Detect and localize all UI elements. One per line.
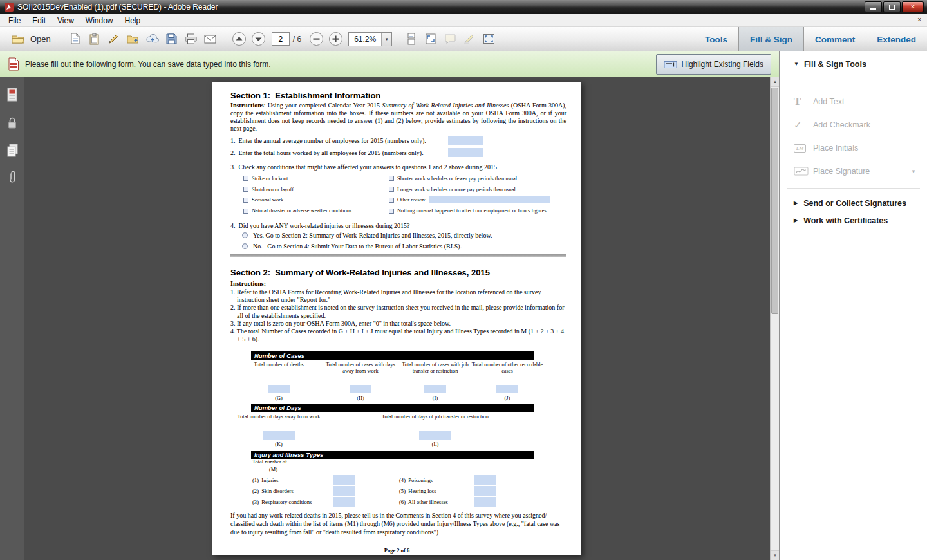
- print-button[interactable]: [182, 30, 201, 48]
- attachments-button[interactable]: [5, 169, 20, 185]
- total-hours-field[interactable]: [448, 148, 483, 157]
- panel-tools-list: T Add Text ✓ Add Checkmark LM Place Init…: [780, 90, 927, 183]
- tab-tools[interactable]: Tools: [694, 27, 738, 51]
- security-settings-button[interactable]: [5, 115, 20, 131]
- longer-schedules-checkbox[interactable]: [389, 187, 394, 192]
- fit-page-button[interactable]: [421, 30, 440, 48]
- fullscreen-button[interactable]: [479, 30, 498, 48]
- shorter-schedules-checkbox[interactable]: [389, 176, 394, 181]
- zoom-level-select[interactable]: 61.2% ▼: [348, 32, 392, 46]
- zoom-in-button[interactable]: [326, 30, 345, 48]
- send-file-button[interactable]: [124, 30, 143, 48]
- seasonal-work-checkbox[interactable]: [243, 198, 248, 203]
- days-away-total-field[interactable]: [263, 431, 295, 440]
- all-other-illnesses-field[interactable]: [474, 497, 496, 507]
- checkbox-row: Natural disaster or adverse weather cond…: [243, 205, 388, 216]
- fill-sign-tools-header[interactable]: ▼ Fill & Sign Tools: [780, 51, 927, 77]
- strike-lockout-checkbox[interactable]: [243, 176, 248, 181]
- zoom-out-button[interactable]: [306, 30, 326, 48]
- menu-help[interactable]: Help: [119, 15, 147, 26]
- injuries-field[interactable]: [333, 475, 355, 485]
- type-row: (5) Hearing loss: [399, 485, 496, 496]
- t-glyph: T: [794, 95, 801, 108]
- days-away-cases-column: Total number of cases with days away fro…: [322, 362, 399, 402]
- question-3-label: 3. Check any conditions that might have …: [230, 163, 498, 171]
- page-number-input[interactable]: [272, 32, 290, 46]
- job-transfer-cases-field[interactable]: [424, 385, 446, 393]
- tab-comment[interactable]: Comment: [804, 27, 866, 51]
- days-away-cases-field[interactable]: [350, 385, 371, 393]
- add-text-tool[interactable]: T Add Text: [780, 90, 927, 113]
- hearing-loss-field[interactable]: [474, 486, 496, 496]
- instructions-word: Instructions: [230, 102, 264, 109]
- tab-extended[interactable]: Extended: [866, 27, 927, 51]
- send-collect-signatures-link[interactable]: ▶ Send or Collect Signatures: [780, 194, 927, 212]
- scroll-down-button[interactable]: ▼: [771, 550, 780, 560]
- menu-edit[interactable]: Edit: [26, 15, 52, 26]
- toolbar-separator: [225, 32, 225, 47]
- highlighter-icon: [464, 34, 475, 44]
- open-label: Open: [30, 34, 51, 44]
- scrolling-mode-button[interactable]: [402, 30, 421, 48]
- place-initials-tool[interactable]: LM Place Initials: [780, 136, 927, 160]
- minimize-button[interactable]: [865, 1, 882, 12]
- question-4-label: 4. Did you have ANY work-related injurie…: [230, 222, 409, 229]
- lock-icon: [7, 117, 17, 129]
- deaths-total-field[interactable]: [268, 385, 290, 393]
- zoom-in-icon: [328, 32, 343, 46]
- page-up-icon: [232, 32, 247, 46]
- fit-page-icon: [425, 33, 436, 45]
- email-button[interactable]: [201, 30, 220, 48]
- yes-radio-button[interactable]: [242, 232, 248, 238]
- highlight-existing-fields-button[interactable]: Highlight Existing Fields: [656, 54, 771, 75]
- comment-tool-button[interactable]: [440, 30, 460, 48]
- paste-button[interactable]: [85, 30, 104, 48]
- menu-file[interactable]: File: [3, 15, 26, 26]
- scrolling-pages-icon: [406, 33, 417, 45]
- add-checkmark-tool[interactable]: ✓ Add Checkmark: [780, 113, 927, 136]
- other-reason-checkbox[interactable]: [389, 198, 394, 203]
- window-title: SOII2015DevEnabled (1).pdf (SECURED) - A…: [17, 3, 218, 12]
- column-letter: (L): [380, 442, 490, 448]
- section2-title: Section 2: Summary of Work-Related Injur…: [230, 268, 490, 277]
- vertical-scrollbar[interactable]: ▲ ▼: [770, 77, 779, 560]
- other-recordable-cases-field[interactable]: [496, 385, 518, 393]
- save-button[interactable]: [162, 30, 182, 48]
- speech-bubble-icon: [444, 34, 456, 44]
- upload-button[interactable]: [143, 30, 162, 48]
- restore-button[interactable]: [883, 1, 901, 12]
- employees-number-field[interactable]: [448, 136, 483, 145]
- tab-fill-sign[interactable]: Fill & Sign: [738, 27, 804, 51]
- instruction-item: 2. If more than one establishment is not…: [230, 304, 569, 319]
- bookmarks-button[interactable]: [5, 142, 20, 158]
- respiratory-conditions-field[interactable]: [333, 497, 355, 507]
- next-page-button[interactable]: [249, 30, 268, 48]
- no-radio-button[interactable]: [242, 243, 248, 249]
- scrollbar-thumb[interactable]: [771, 88, 778, 314]
- type-label: (4) Poisonings: [399, 477, 474, 483]
- signature-dropdown-icon[interactable]: ▼: [911, 169, 916, 174]
- place-signature-tool[interactable]: Place Signature ▼: [780, 160, 927, 183]
- toolbar-tabs: Tools Fill & Sign Comment Extended: [694, 27, 927, 51]
- highlight-tool-button[interactable]: [460, 30, 479, 48]
- work-with-certificates-link[interactable]: ▶ Work with Certificates: [780, 212, 927, 229]
- natural-disaster-checkbox[interactable]: [243, 209, 248, 214]
- previous-page-button[interactable]: [230, 30, 249, 48]
- page-thumbnails-button[interactable]: [5, 86, 20, 103]
- other-reason-field[interactable]: [429, 196, 550, 203]
- sign-button[interactable]: [104, 30, 124, 48]
- shutdown-layoff-checkbox[interactable]: [243, 187, 248, 192]
- scroll-up-button[interactable]: ▲: [771, 77, 780, 87]
- save-copy-button[interactable]: [66, 30, 85, 48]
- nothing-unusual-checkbox[interactable]: [389, 209, 394, 214]
- poisonings-field[interactable]: [474, 475, 496, 485]
- menubar-close-icon[interactable]: ×: [917, 16, 921, 23]
- close-button[interactable]: ×: [902, 1, 924, 12]
- conditions-right-column: Shorter work schedules or fewer pay peri…: [389, 173, 578, 216]
- menu-view[interactable]: View: [52, 15, 80, 26]
- menu-window[interactable]: Window: [80, 15, 119, 26]
- days-transfer-total-field[interactable]: [419, 431, 451, 440]
- skin-disorders-field[interactable]: [333, 486, 355, 496]
- open-button[interactable]: Open: [6, 32, 56, 47]
- zoom-dropdown-arrow-icon[interactable]: ▼: [381, 33, 391, 46]
